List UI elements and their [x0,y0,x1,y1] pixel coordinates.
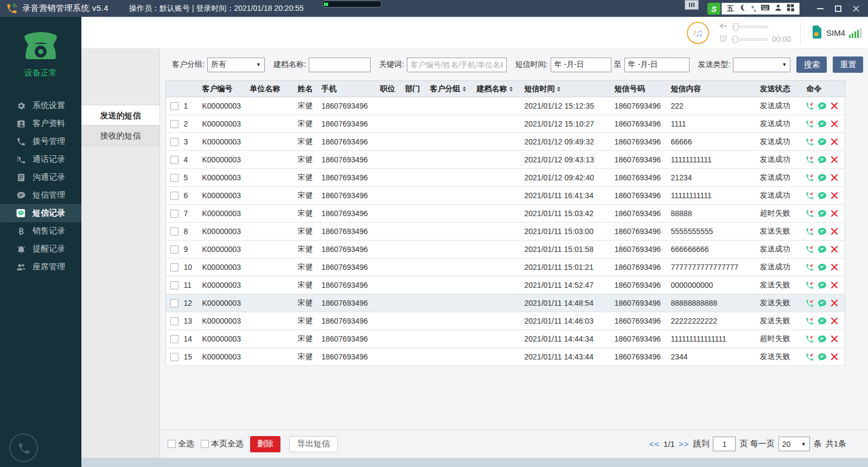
callback-phone-icon[interactable] [805,173,814,182]
keyboard-icon[interactable] [761,4,770,14]
date-from-input[interactable] [551,58,611,72]
send-sms-icon[interactable] [818,245,827,254]
sidebar-item-sms-log[interactable]: 短信记录 [0,204,81,222]
restore-button[interactable] [834,4,843,13]
delete-row-icon[interactable] [830,317,839,325]
next-page-button[interactable]: >> [679,439,690,449]
callback-phone-icon[interactable] [805,335,814,344]
col-customer-group[interactable]: 客户分组 [429,81,475,97]
delete-row-icon[interactable] [830,352,839,361]
music-player-button[interactable]: ♪ ♫ [687,22,709,44]
delete-row-icon[interactable] [830,281,839,289]
delete-button[interactable]: 删除 [250,436,280,452]
sidebar-item-bell[interactable]: 提醒记录 [0,240,81,258]
minimize-button[interactable] [816,4,825,13]
table-row[interactable]: 11K00000003宋健186076934962021/01/11 14:52… [166,276,845,294]
row-checkbox[interactable] [170,156,178,164]
send-sms-icon[interactable] [818,317,827,326]
row-checkbox[interactable] [170,192,178,200]
sidebar-item-phone[interactable]: 拨号管理 [0,132,81,150]
customer-group-select[interactable]: 所有▼ [207,58,265,72]
callback-phone-icon[interactable] [805,352,814,362]
table-row[interactable]: 3K00000003宋健186076934962021/01/12 09:49:… [166,133,845,151]
table-row[interactable]: 10K00000003宋健186076934962021/01/11 15:01… [166,258,845,276]
col-archive-name[interactable]: 建档名称 [475,81,523,97]
sidebar-item-sales[interactable]: 销售记录 [0,222,81,240]
table-row[interactable]: 15K00000003宋健186076934962021/01/11 14:43… [166,348,845,366]
send-sms-icon[interactable] [818,335,827,344]
mute-speaker-icon[interactable] [719,22,728,32]
delete-row-icon[interactable] [830,119,839,128]
sidebar-item-agents[interactable]: 座席管理 [0,258,81,276]
row-checkbox[interactable] [170,245,178,254]
send-sms-icon[interactable] [818,191,827,200]
callback-phone-icon[interactable] [805,191,814,200]
punctuation-icon[interactable]: °, [751,5,756,12]
callback-phone-icon[interactable] [805,227,814,236]
table-row[interactable]: 9K00000003宋健186076934962021/01/11 15:01:… [166,241,845,258]
send-sms-icon[interactable] [818,281,827,290]
date-to-input[interactable] [624,58,690,72]
archive-name-input[interactable] [309,58,371,72]
row-checkbox[interactable] [170,299,178,307]
callback-phone-icon[interactable] [805,119,814,129]
delete-row-icon[interactable] [830,245,839,254]
callback-phone-icon[interactable] [805,317,814,326]
row-checkbox[interactable] [170,281,178,289]
delete-row-icon[interactable] [830,137,839,146]
table-row[interactable]: 13K00000003宋健186076934962021/01/11 14:46… [166,312,845,330]
callback-phone-icon[interactable] [805,281,814,290]
callback-phone-icon[interactable] [805,155,814,165]
close-button[interactable] [852,4,860,13]
send-sms-icon[interactable] [818,263,827,272]
sidebar-item-gear[interactable]: 系统设置 [0,97,81,115]
tab-received-sms[interactable]: 接收的短信 [81,125,159,146]
prev-page-button[interactable]: << [649,439,660,449]
delete-row-icon[interactable] [830,191,839,200]
table-row[interactable]: 7K00000003宋健186076934962021/01/11 15:03:… [166,205,845,223]
jump-page-input[interactable] [713,437,736,451]
row-checkbox[interactable] [170,174,178,182]
alarm-clock-icon[interactable] [719,34,727,45]
select-all-checkbox[interactable] [168,440,176,448]
send-sms-icon[interactable] [818,352,827,362]
sort-arrows-icon[interactable] [463,85,466,93]
callback-phone-icon[interactable] [805,137,814,147]
callback-phone-icon[interactable] [805,263,814,272]
keyword-input[interactable] [407,58,507,72]
progress-slider-handle[interactable] [733,36,738,43]
callback-phone-icon[interactable] [805,245,814,254]
delete-row-icon[interactable] [830,227,839,236]
send-sms-icon[interactable] [818,227,827,236]
page-size-select[interactable]: 20▼ [778,437,810,451]
row-checkbox[interactable] [170,335,178,343]
progress-slider[interactable] [732,38,768,41]
select-page-checkbox[interactable] [201,440,209,448]
send-sms-icon[interactable] [818,155,827,165]
sidebar-item-contact-card[interactable]: 客户资料 [0,115,81,132]
send-sms-icon[interactable] [818,209,827,218]
table-row[interactable]: 8K00000003宋健186076934962021/01/11 15:03:… [166,223,845,241]
tab-sent-sms[interactable]: 发送的短信 [81,105,159,125]
delete-row-icon[interactable] [830,102,839,110]
floating-dial-button[interactable] [9,433,38,462]
user-icon[interactable] [775,4,782,14]
row-checkbox[interactable] [170,210,178,218]
volume-slider[interactable] [732,26,768,28]
toolbox-grid-icon[interactable] [787,4,794,14]
row-checkbox[interactable] [170,317,178,325]
send-sms-icon[interactable] [818,102,827,111]
callback-phone-icon[interactable] [805,209,814,218]
send-sms-icon[interactable] [818,137,827,147]
delete-row-icon[interactable] [830,299,839,307]
table-row[interactable]: 12K00000003宋健186076934962021/01/11 14:48… [166,294,845,312]
delete-row-icon[interactable] [830,155,839,164]
row-checkbox[interactable] [170,102,178,110]
delete-row-icon[interactable] [830,263,839,272]
row-checkbox[interactable] [170,120,178,128]
table-row[interactable]: 14K00000003宋健186076934962021/01/11 14:44… [166,330,845,348]
send-sms-icon[interactable] [818,119,827,129]
table-row[interactable]: 4K00000003宋健186076934962021/01/12 09:43:… [166,151,845,169]
table-row[interactable]: 2K00000003宋健186076934962021/01/12 15:10:… [166,115,845,133]
callback-phone-icon[interactable] [805,299,814,308]
